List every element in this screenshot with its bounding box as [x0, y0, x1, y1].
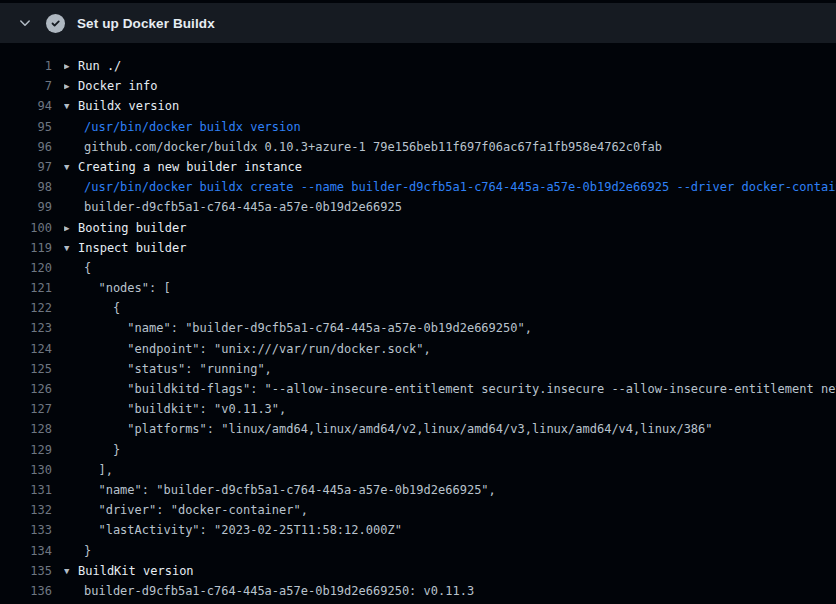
- log-line: 132 "driver": "docker-container",: [0, 500, 836, 520]
- log-body: 1 ▶Run ./ 7 ▶Docker info 94 ▼Buildx vers…: [0, 43, 836, 601]
- log-text: "driver": "docker-container",: [84, 503, 308, 517]
- log-line: 7 ▶Docker info: [0, 76, 836, 96]
- log-line: 97 ▼Creating a new builder instance: [0, 157, 836, 177]
- log-line: 120 {: [0, 258, 836, 278]
- log-group-toggle[interactable]: ▼Inspect builder: [64, 238, 836, 258]
- log-line-content: "buildkit": "v0.11.3",: [84, 399, 836, 419]
- log-line: 124 "endpoint": "unix:///var/run/docker.…: [0, 339, 836, 359]
- line-number-link[interactable]: 136: [0, 581, 52, 601]
- log-text: "buildkit": "v0.11.3",: [84, 402, 286, 416]
- log-text: builder-d9cfb5a1-c764-445a-a57e-0b19d2e6…: [84, 584, 474, 598]
- log-text: }: [84, 544, 91, 558]
- log-line: 125 "status": "running",: [0, 359, 836, 379]
- line-number-link[interactable]: 132: [0, 500, 52, 520]
- log-group-toggle[interactable]: ▶Run ./: [64, 56, 836, 76]
- log-line: 96 github.com/docker/buildx 0.10.3+azure…: [0, 137, 836, 157]
- log-line: 121 "nodes": [: [0, 278, 836, 298]
- line-number-link[interactable]: 123: [0, 318, 52, 338]
- log-text: }: [84, 443, 120, 457]
- log-text: builder-d9cfb5a1-c764-445a-a57e-0b19d2e6…: [84, 200, 402, 214]
- log-text: ],: [84, 463, 113, 477]
- line-number-link[interactable]: 100: [0, 218, 52, 238]
- group-toggle-icon: ▶: [64, 56, 78, 76]
- log-line-content: builder-d9cfb5a1-c764-445a-a57e-0b19d2e6…: [84, 197, 836, 217]
- log-group-toggle[interactable]: ▶Docker info: [64, 76, 836, 96]
- line-number-link[interactable]: 131: [0, 480, 52, 500]
- line-number-link[interactable]: 7: [0, 76, 52, 96]
- log-line-content: "buildkitd-flags": "--allow-insecure-ent…: [84, 379, 836, 399]
- line-number-link[interactable]: 124: [0, 339, 52, 359]
- line-number-link[interactable]: 98: [0, 177, 52, 197]
- log-text: BuildKit version: [78, 564, 194, 578]
- line-number-link[interactable]: 133: [0, 520, 52, 540]
- line-number-link[interactable]: 95: [0, 117, 52, 137]
- group-toggle-icon: ▼: [64, 157, 78, 177]
- workflow-log-viewer: Set up Docker Buildx 1 ▶Run ./ 7 ▶Docker…: [0, 3, 836, 604]
- line-number-link[interactable]: 121: [0, 278, 52, 298]
- log-group-toggle[interactable]: ▼Creating a new builder instance: [64, 157, 836, 177]
- line-number-link[interactable]: 129: [0, 440, 52, 460]
- log-text: github.com/docker/buildx 0.10.3+azure-1 …: [84, 140, 662, 154]
- line-number-link[interactable]: 96: [0, 137, 52, 157]
- log-text: Run ./: [78, 59, 121, 73]
- log-line: 123 "name": "builder-d9cfb5a1-c764-445a-…: [0, 318, 836, 338]
- chevron-down-icon: [18, 16, 32, 30]
- log-line: 119 ▼Inspect builder: [0, 238, 836, 258]
- log-text: "nodes": [: [84, 281, 171, 295]
- line-number-link[interactable]: 1: [0, 56, 52, 76]
- group-toggle-icon: ▼: [64, 561, 78, 581]
- log-group-toggle[interactable]: ▶Booting builder: [64, 218, 836, 238]
- log-text: {: [84, 301, 120, 315]
- line-number-link[interactable]: 127: [0, 399, 52, 419]
- log-line: 129 }: [0, 440, 836, 460]
- line-number-link[interactable]: 130: [0, 460, 52, 480]
- log-line: 133 "lastActivity": "2023-02-25T11:58:12…: [0, 520, 836, 540]
- log-line: 136 builder-d9cfb5a1-c764-445a-a57e-0b19…: [0, 581, 836, 601]
- log-text: /usr/bin/docker buildx create --name bui…: [84, 180, 836, 194]
- log-group-toggle[interactable]: ▼BuildKit version: [64, 561, 836, 581]
- log-line: 135 ▼BuildKit version: [0, 561, 836, 581]
- log-line-content: "lastActivity": "2023-02-25T11:58:12.000…: [84, 520, 836, 540]
- log-line: 95 /usr/bin/docker buildx version: [0, 117, 836, 137]
- line-number-link[interactable]: 126: [0, 379, 52, 399]
- log-line-content: {: [84, 258, 836, 278]
- line-number-link[interactable]: 135: [0, 561, 52, 581]
- log-line-content: }: [84, 541, 836, 561]
- line-number-link[interactable]: 125: [0, 359, 52, 379]
- line-number-link[interactable]: 120: [0, 258, 52, 278]
- log-line: 131 "name": "builder-d9cfb5a1-c764-445a-…: [0, 480, 836, 500]
- group-toggle-icon: ▶: [64, 76, 78, 96]
- line-number-link[interactable]: 94: [0, 96, 52, 116]
- log-line-content: "nodes": [: [84, 278, 836, 298]
- line-number-link[interactable]: 122: [0, 298, 52, 318]
- log-line: 122 {: [0, 298, 836, 318]
- line-number-link[interactable]: 97: [0, 157, 52, 177]
- log-group-toggle[interactable]: ▼Buildx version: [64, 96, 836, 116]
- log-line-content: "name": "builder-d9cfb5a1-c764-445a-a57e…: [84, 318, 836, 338]
- log-line: 134 }: [0, 541, 836, 561]
- log-line-content: "endpoint": "unix:///var/run/docker.sock…: [84, 339, 836, 359]
- line-number-link[interactable]: 128: [0, 419, 52, 439]
- log-line-content: github.com/docker/buildx 0.10.3+azure-1 …: [84, 137, 836, 157]
- log-text: "name": "builder-d9cfb5a1-c764-445a-a57e…: [84, 483, 496, 497]
- log-text: Inspect builder: [78, 241, 186, 255]
- step-header[interactable]: Set up Docker Buildx: [0, 3, 836, 43]
- log-line: 99 builder-d9cfb5a1-c764-445a-a57e-0b19d…: [0, 197, 836, 217]
- line-number-link[interactable]: 119: [0, 238, 52, 258]
- log-text: "name": "builder-d9cfb5a1-c764-445a-a57e…: [84, 321, 532, 335]
- log-line-content: }: [84, 440, 836, 460]
- log-text: "status": "running",: [84, 362, 272, 376]
- group-toggle-icon: ▼: [64, 238, 78, 258]
- log-line: 98 /usr/bin/docker buildx create --name …: [0, 177, 836, 197]
- log-line-content: builder-d9cfb5a1-c764-445a-a57e-0b19d2e6…: [84, 581, 836, 601]
- log-line-content: "name": "builder-d9cfb5a1-c764-445a-a57e…: [84, 480, 836, 500]
- log-text: "lastActivity": "2023-02-25T11:58:12.000…: [84, 523, 402, 537]
- log-line: 130 ],: [0, 460, 836, 480]
- log-line: 127 "buildkit": "v0.11.3",: [0, 399, 836, 419]
- line-number-link[interactable]: 99: [0, 197, 52, 217]
- log-line: 94 ▼Buildx version: [0, 96, 836, 116]
- log-line: 1 ▶Run ./: [0, 56, 836, 76]
- log-line-content: "driver": "docker-container",: [84, 500, 836, 520]
- line-number-link[interactable]: 134: [0, 541, 52, 561]
- group-toggle-icon: ▼: [64, 96, 78, 116]
